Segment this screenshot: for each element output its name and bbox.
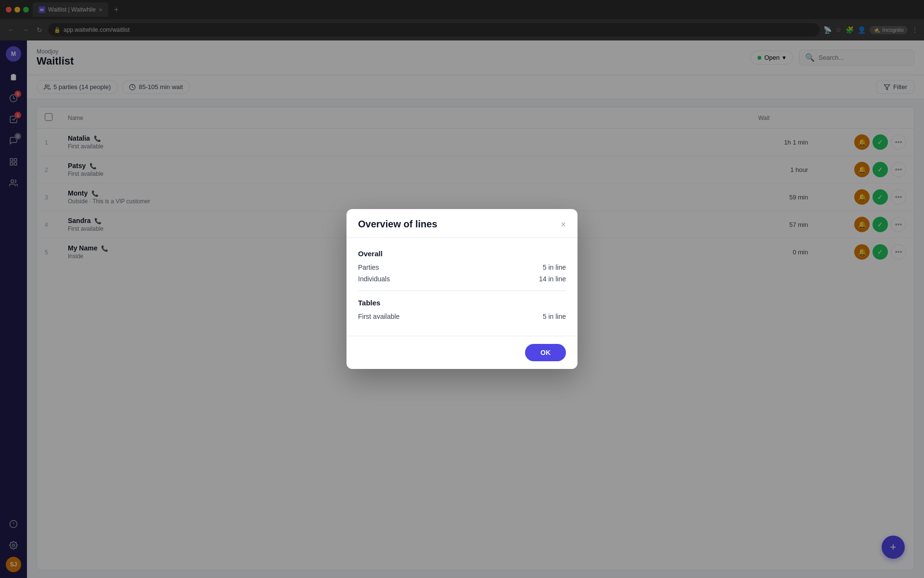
modal-overlay: Overview of lines × Overall Parties 5 in… (0, 0, 924, 578)
modal-body: Overall Parties 5 in line Individuals 14… (346, 238, 578, 336)
individuals-value: 14 in line (539, 275, 566, 283)
first-available-label: First available (358, 313, 399, 320)
tables-section-title: Tables (358, 299, 566, 307)
ok-button[interactable]: OK (525, 344, 566, 361)
first-available-row: First available 5 in line (358, 313, 566, 320)
individuals-row: Individuals 14 in line (358, 275, 566, 283)
parties-label: Parties (358, 263, 379, 271)
parties-row: Parties 5 in line (358, 263, 566, 271)
modal-footer: OK (346, 336, 578, 369)
overall-section-title: Overall (358, 250, 566, 258)
individuals-label: Individuals (358, 275, 390, 283)
modal-close-button[interactable]: × (561, 220, 566, 229)
modal-title: Overview of lines (358, 219, 437, 230)
parties-value: 5 in line (543, 263, 566, 271)
modal-header: Overview of lines × (346, 209, 578, 238)
modal-divider (358, 290, 566, 291)
first-available-value: 5 in line (543, 313, 566, 320)
overview-modal: Overview of lines × Overall Parties 5 in… (346, 209, 578, 369)
